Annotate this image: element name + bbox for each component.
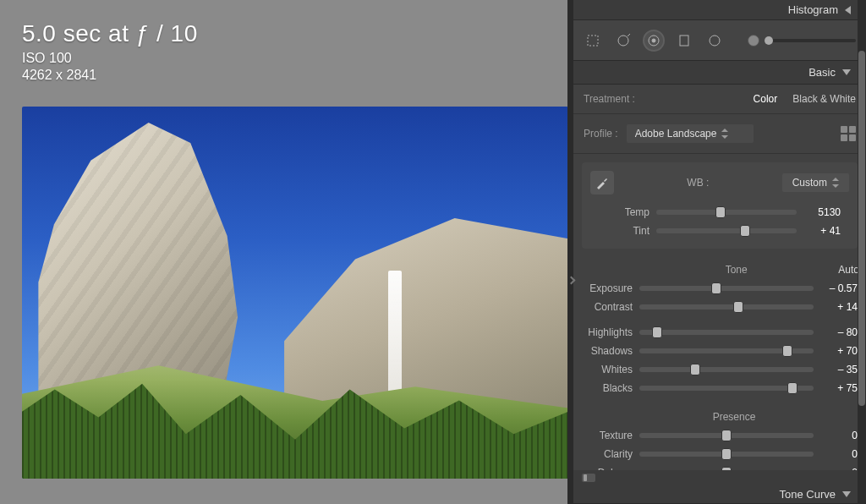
texture-slider[interactable]: Texture0	[578, 426, 858, 445]
temp-slider[interactable]: Temp 5130	[595, 203, 841, 222]
histogram-title: Histogram	[788, 3, 838, 16]
basic-title: Basic	[808, 66, 836, 79]
image-viewport: 5.0 sec at ƒ / 10 ISO 100 4262 x 2841	[0, 0, 573, 504]
graduated-filter-tool-icon[interactable]	[675, 31, 693, 50]
updown-icon	[721, 129, 728, 138]
exposure-label: Exposure	[578, 282, 633, 294]
expand-icon	[842, 69, 851, 75]
radial-filter-tool-icon[interactable]	[705, 31, 724, 50]
tone-curve-header[interactable]: Tone Curve	[573, 485, 866, 504]
tone-curve-title: Tone Curve	[780, 488, 836, 501]
profile-select[interactable]: Adobe Landscape	[627, 124, 754, 143]
treatment-bw[interactable]: Black & White	[792, 93, 856, 105]
temp-value[interactable]: 5130	[803, 206, 841, 218]
tint-slider[interactable]: Tint + 41	[595, 222, 841, 240]
histogram-header[interactable]: Histogram	[573, 0, 866, 20]
collapse-icon	[845, 6, 851, 14]
whites-value[interactable]: – 35	[820, 364, 858, 375]
tone-group-header: Tone Auto	[573, 257, 866, 279]
texture-label: Texture	[578, 430, 633, 441]
wb-select[interactable]: Custom	[782, 173, 849, 192]
texture-value[interactable]: 0	[820, 430, 858, 441]
clarity-value[interactable]: 0	[820, 448, 858, 460]
presence-title: Presence	[634, 411, 834, 423]
tint-label: Tint	[595, 225, 650, 237]
shadows-value[interactable]: + 70	[820, 345, 858, 357]
photo-preview[interactable]	[22, 107, 568, 479]
svg-point-1	[618, 36, 628, 46]
panel-scrollbar[interactable]	[858, 0, 866, 504]
presence-group-header: Presence	[573, 404, 866, 426]
crop-tool-icon[interactable]	[584, 31, 602, 50]
tint-value[interactable]: + 41	[803, 225, 841, 237]
contrast-value[interactable]: + 14	[820, 301, 858, 313]
blacks-value[interactable]: + 75	[820, 382, 858, 394]
whites-slider[interactable]: Whites– 35	[578, 360, 858, 379]
temp-label: Temp	[595, 206, 650, 218]
white-balance-block: WB : Custom Temp 5130 Tint + 41	[582, 162, 858, 249]
presence-sliders: Texture0Clarity0Dehaze0Vibrance0Saturati…	[573, 426, 866, 470]
panel-resize-handle[interactable]	[567, 0, 573, 504]
blacks-slider[interactable]: Blacks+ 75	[578, 379, 858, 397]
svg-line-2	[628, 34, 630, 36]
develop-panel: Histogram Basic Treatment : Color Black …	[573, 0, 866, 504]
dehaze-slider[interactable]: Dehaze0	[578, 463, 858, 470]
svg-point-4	[652, 39, 655, 42]
mask-amount-slider[interactable]	[748, 35, 856, 47]
basic-panel-body: Treatment : Color Black & White Profile …	[573, 85, 866, 470]
shadows-label: Shadows	[578, 345, 633, 357]
redeye-tool-icon[interactable]	[644, 31, 663, 50]
clarity-slider[interactable]: Clarity0	[578, 445, 858, 463]
svg-rect-5	[680, 36, 688, 46]
profile-browser-icon[interactable]	[841, 126, 856, 141]
clarity-label: Clarity	[578, 448, 633, 460]
highlights-slider[interactable]: Highlights– 80	[578, 323, 858, 342]
expand-icon	[842, 491, 851, 497]
exposure-value[interactable]: – 0.57	[820, 282, 858, 294]
whites-label: Whites	[578, 364, 633, 375]
image-metadata: 5.0 sec at ƒ / 10 ISO 100 4262 x 2841	[22, 20, 198, 83]
exposure-readout: 5.0 sec at ƒ / 10	[22, 20, 198, 47]
basic-header[interactable]: Basic	[573, 61, 866, 85]
wb-eyedropper-icon[interactable]	[590, 171, 614, 194]
wb-value: Custom	[792, 177, 827, 189]
panel-switch-icon[interactable]	[582, 474, 595, 482]
wb-label: WB :	[624, 177, 772, 189]
blacks-label: Blacks	[578, 382, 633, 394]
highlights-label: Highlights	[578, 326, 633, 338]
tool-strip	[573, 20, 866, 61]
panel-footer	[573, 470, 866, 485]
tone-sliders: Exposure– 0.57Contrast+ 14Highlights– 80…	[573, 279, 866, 397]
spot-removal-tool-icon[interactable]	[614, 31, 633, 50]
svg-point-6	[710, 36, 720, 46]
iso-readout: ISO 100	[22, 51, 198, 66]
profile-value: Adobe Landscape	[635, 128, 717, 140]
svg-rect-0	[588, 36, 598, 46]
profile-label: Profile :	[584, 128, 618, 140]
contrast-slider[interactable]: Contrast+ 14	[578, 298, 858, 316]
slider-knob-icon	[748, 35, 759, 47]
auto-tone-button[interactable]: Auto	[838, 264, 859, 276]
treatment-label: Treatment :	[584, 93, 635, 105]
profile-row: Profile : Adobe Landscape	[573, 114, 866, 154]
scrollbar-thumb[interactable]	[858, 51, 865, 406]
shadows-slider[interactable]: Shadows+ 70	[578, 342, 858, 360]
highlights-value[interactable]: – 80	[820, 326, 858, 338]
dimensions-readout: 4262 x 2841	[22, 68, 198, 83]
treatment-row: Treatment : Color Black & White	[573, 85, 866, 114]
tone-title: Tone	[634, 264, 838, 276]
contrast-label: Contrast	[578, 301, 633, 313]
treatment-color[interactable]: Color	[754, 93, 778, 105]
exposure-slider[interactable]: Exposure– 0.57	[578, 279, 858, 298]
updown-icon	[832, 178, 839, 187]
